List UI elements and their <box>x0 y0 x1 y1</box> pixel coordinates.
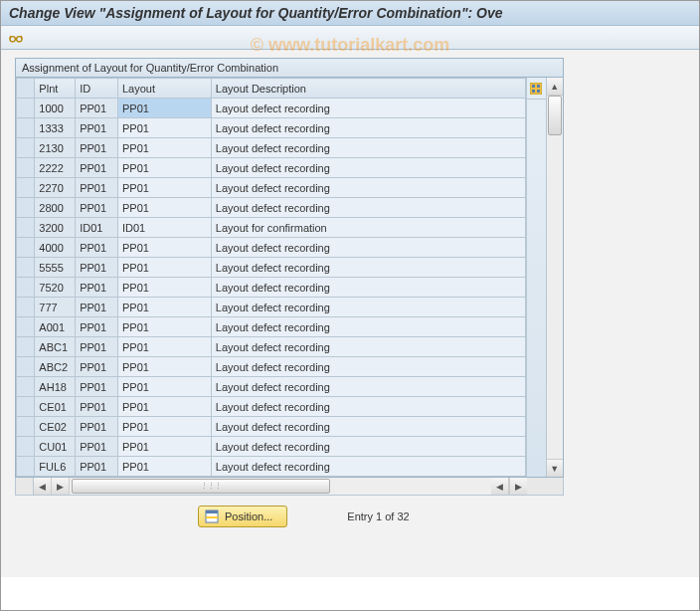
tool-glasses-icon[interactable] <box>7 29 25 47</box>
table-row[interactable]: 2270PP01PP01Layout defect recording <box>17 178 526 198</box>
cell-plnt[interactable]: ABC1 <box>35 337 76 357</box>
cell-plnt[interactable]: A001 <box>35 317 76 337</box>
table-row[interactable]: AH18PP01PP01Layout defect recording <box>17 377 526 397</box>
cell-plnt[interactable]: 1000 <box>35 99 76 118</box>
cell-desc[interactable]: Layout defect recording <box>211 278 525 298</box>
cell-id[interactable]: PP01 <box>76 437 118 457</box>
row-selector[interactable] <box>17 118 35 138</box>
row-selector[interactable] <box>17 397 35 417</box>
cell-plnt[interactable]: CU01 <box>35 437 76 457</box>
cell-plnt[interactable]: 777 <box>35 298 76 317</box>
scroll-down-icon[interactable]: ▼ <box>547 459 563 477</box>
table-row[interactable]: 777PP01PP01Layout defect recording <box>17 298 526 317</box>
cell-desc[interactable]: Layout defect recording <box>211 138 525 158</box>
cell-desc[interactable]: Layout defect recording <box>211 99 525 118</box>
col-selector[interactable] <box>17 79 35 99</box>
cell-desc[interactable]: Layout defect recording <box>211 397 525 417</box>
cell-plnt[interactable]: 4000 <box>35 238 76 258</box>
cell-plnt[interactable]: 2222 <box>35 158 76 178</box>
row-selector[interactable] <box>17 178 35 198</box>
table-settings-icon[interactable] <box>527 78 545 100</box>
cell-desc[interactable]: Layout defect recording <box>211 158 525 178</box>
table-row[interactable]: A001PP01PP01Layout defect recording <box>17 317 526 337</box>
cell-id[interactable]: PP01 <box>76 457 118 477</box>
cell-layout[interactable]: PP01 <box>118 238 212 258</box>
row-selector[interactable] <box>17 258 35 278</box>
table-row[interactable]: CE02PP01PP01Layout defect recording <box>17 417 526 437</box>
assignment-table[interactable]: Plnt ID Layout Layout Description 1000PP… <box>16 78 526 477</box>
row-selector[interactable] <box>17 417 35 437</box>
hscroll-thumb[interactable]: ⋮⋮⋮ <box>72 479 330 494</box>
cell-desc[interactable]: Layout defect recording <box>211 198 525 218</box>
cell-desc[interactable]: Layout defect recording <box>211 298 525 317</box>
scroll-up-icon[interactable]: ▲ <box>547 78 563 96</box>
cell-plnt[interactable]: 3200 <box>35 218 76 238</box>
cell-id[interactable]: PP01 <box>76 317 118 337</box>
table-row[interactable]: 7520PP01PP01Layout defect recording <box>17 278 526 298</box>
cell-plnt[interactable]: FUL6 <box>35 457 76 477</box>
cell-plnt[interactable]: ABC2 <box>35 357 76 377</box>
row-selector[interactable] <box>17 357 35 377</box>
table-row[interactable]: CU01PP01PP01Layout defect recording <box>17 437 526 457</box>
vscroll-thumb[interactable] <box>548 96 562 135</box>
cell-plnt[interactable]: 2130 <box>35 138 76 158</box>
row-selector[interactable] <box>17 298 35 317</box>
cell-plnt[interactable]: 1333 <box>35 118 76 138</box>
cell-layout[interactable]: PP01 <box>118 437 212 457</box>
cell-layout[interactable]: PP01 <box>118 457 212 477</box>
cell-id[interactable]: PP01 <box>76 298 118 317</box>
cell-layout[interactable]: PP01 <box>118 357 212 377</box>
table-row[interactable]: ABC2PP01PP01Layout defect recording <box>17 357 526 377</box>
col-plnt[interactable]: Plnt <box>35 79 76 99</box>
cell-plnt[interactable]: CE02 <box>35 417 76 437</box>
cell-layout[interactable]: PP01 <box>118 118 212 138</box>
table-row[interactable]: FUL6PP01PP01Layout defect recording <box>17 457 526 477</box>
cell-layout[interactable]: PP01 <box>118 298 212 317</box>
cell-desc[interactable]: Layout defect recording <box>211 377 525 397</box>
cell-desc[interactable]: Layout defect recording <box>211 337 525 357</box>
cell-plnt[interactable]: 7520 <box>35 278 76 298</box>
cell-layout[interactable]: PP01 <box>118 278 212 298</box>
cell-id[interactable]: PP01 <box>76 178 118 198</box>
cell-id[interactable]: PP01 <box>76 357 118 377</box>
cell-plnt[interactable]: 2800 <box>35 198 76 218</box>
cell-layout[interactable]: PP01 <box>118 377 212 397</box>
cell-id[interactable]: PP01 <box>76 138 118 158</box>
table-row[interactable]: 1000PP01PP01Layout defect recording <box>17 99 526 118</box>
cell-desc[interactable]: Layout defect recording <box>211 238 525 258</box>
cell-layout[interactable]: PP01 <box>118 178 212 198</box>
cell-id[interactable]: PP01 <box>76 258 118 278</box>
table-row[interactable]: 4000PP01PP01Layout defect recording <box>17 238 526 258</box>
cell-layout[interactable]: PP01 <box>118 317 212 337</box>
cell-desc[interactable]: Layout defect recording <box>211 457 525 477</box>
cell-plnt[interactable]: 5555 <box>35 258 76 278</box>
cell-id[interactable]: PP01 <box>76 118 118 138</box>
cell-desc[interactable]: Layout defect recording <box>211 258 525 278</box>
row-selector[interactable] <box>17 337 35 357</box>
row-selector[interactable] <box>17 437 35 457</box>
table-row[interactable]: 2800PP01PP01Layout defect recording <box>17 198 526 218</box>
row-selector[interactable] <box>17 317 35 337</box>
col-id[interactable]: ID <box>76 79 118 99</box>
cell-layout[interactable]: PP01 <box>118 397 212 417</box>
row-selector[interactable] <box>17 377 35 397</box>
cell-layout[interactable]: ID01 <box>118 218 212 238</box>
cell-layout[interactable]: PP01 <box>118 198 212 218</box>
table-row[interactable]: 3200ID01ID01Layout for confirmation <box>17 218 526 238</box>
cell-id[interactable]: PP01 <box>76 238 118 258</box>
row-selector[interactable] <box>17 158 35 178</box>
scroll-right-freeze-icon[interactable]: ▶ <box>52 478 70 495</box>
table-row[interactable]: 5555PP01PP01Layout defect recording <box>17 258 526 278</box>
cell-layout[interactable]: PP01 <box>118 138 212 158</box>
cell-id[interactable]: PP01 <box>76 417 118 437</box>
cell-id[interactable]: PP01 <box>76 337 118 357</box>
cell-id[interactable]: PP01 <box>76 198 118 218</box>
cell-desc[interactable]: Layout defect recording <box>211 437 525 457</box>
cell-id[interactable]: PP01 <box>76 158 118 178</box>
row-selector[interactable] <box>17 138 35 158</box>
vscroll-track[interactable] <box>547 96 563 459</box>
horizontal-scrollbar[interactable]: ◀ ▶ ⋮⋮⋮ ◀ ▶ <box>15 478 564 496</box>
cell-desc[interactable]: Layout defect recording <box>211 178 525 198</box>
table-row[interactable]: 2130PP01PP01Layout defect recording <box>17 138 526 158</box>
vertical-scrollbar[interactable]: ▲ ▼ <box>546 78 563 477</box>
